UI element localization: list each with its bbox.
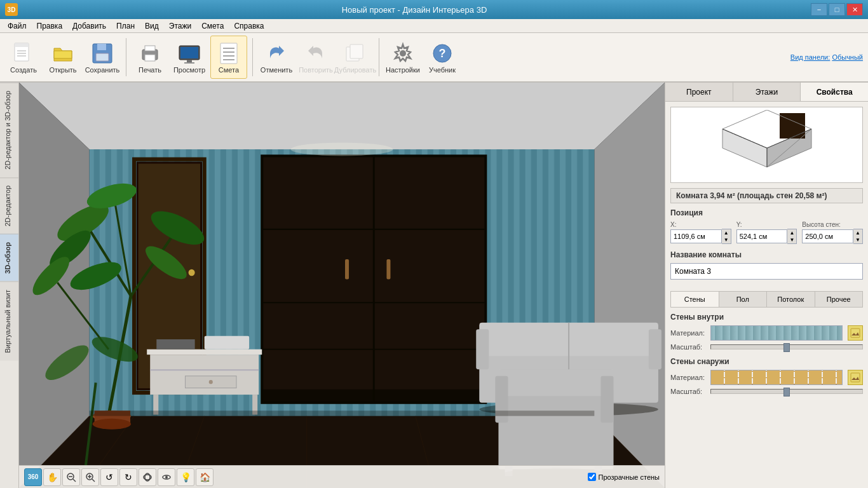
panel-content: Комната 3,94 м² (площадь стен 20,58 м²) … bbox=[665, 102, 868, 488]
svg-rect-92 bbox=[600, 376, 613, 423]
close-button[interactable]: ✕ bbox=[846, 3, 863, 16]
transparent-walls-label: Прозрачные стены bbox=[599, 473, 660, 481]
create-button[interactable]: Создать bbox=[5, 36, 42, 79]
estimate-label: Смета bbox=[219, 66, 239, 74]
duplicate-label: Дублировать bbox=[334, 66, 376, 74]
duplicate-icon bbox=[342, 41, 368, 66]
svg-text:?: ? bbox=[439, 47, 446, 60]
inner-tab-ceiling[interactable]: Потолок bbox=[767, 292, 815, 307]
walls-outside-scale-thumb[interactable] bbox=[783, 388, 790, 396]
light-button[interactable]: 💡 bbox=[177, 468, 194, 486]
svg-rect-7 bbox=[96, 53, 109, 61]
walls-inside-material-preview[interactable] bbox=[710, 325, 843, 341]
walls-outside-material-browse[interactable] bbox=[848, 370, 863, 385]
open-button[interactable]: Открыть bbox=[44, 36, 81, 79]
room-name-title: Название комнаты bbox=[670, 250, 863, 259]
walls-inside-section: Стены внутри Материал: Масштаб: bbox=[670, 313, 863, 351]
rotate-ccw-button[interactable]: ↺ bbox=[100, 468, 118, 486]
x-spin: ▲ ▼ bbox=[722, 229, 731, 244]
height-label: Высота стен: bbox=[802, 221, 863, 228]
sidebar-tab-2d3d[interactable]: 2D-редактор и 3D-обзор bbox=[0, 83, 18, 177]
sidebar-tab-2d[interactable]: 2D-редактор bbox=[0, 177, 18, 234]
estimate-icon bbox=[216, 41, 241, 66]
redo-button[interactable]: Повторить bbox=[297, 36, 334, 79]
x-spin-down[interactable]: ▼ bbox=[722, 236, 731, 243]
preview-icon bbox=[177, 41, 202, 66]
preview-button[interactable]: Просмотр bbox=[171, 36, 208, 79]
duplicate-button[interactable]: Дублировать bbox=[337, 36, 374, 79]
inner-tab-floor[interactable]: Пол bbox=[719, 292, 768, 307]
x-group: X: ▲ ▼ bbox=[670, 221, 731, 244]
menu-view[interactable]: Вид bbox=[140, 20, 164, 32]
svg-rect-97 bbox=[90, 410, 595, 416]
svg-rect-6 bbox=[97, 44, 106, 50]
walls-inside-scale-label: Масштаб: bbox=[670, 343, 705, 351]
y-spin-down[interactable]: ▼ bbox=[787, 236, 796, 243]
panel-tabs: Проект Этажи Свойства bbox=[665, 83, 868, 102]
tab-floors[interactable]: Этажи bbox=[733, 83, 801, 101]
orbit2-button[interactable] bbox=[158, 468, 175, 486]
zoom-in-button[interactable] bbox=[81, 468, 99, 486]
sidebar-tab-3d[interactable]: 3D-обзор bbox=[0, 234, 18, 281]
3d-viewport[interactable]: 360 ✋ ↺ ↻ 💡 🏠 Прозрачные стены bbox=[19, 83, 665, 488]
menu-edit[interactable]: Правка bbox=[32, 20, 68, 32]
print-button[interactable]: Печать bbox=[132, 36, 168, 79]
walls-outside-section: Стены снаружи Материал: Масштаб: bbox=[670, 357, 863, 395]
left-sidebar: 2D-редактор и 3D-обзор 2D-редактор 3D-об… bbox=[0, 83, 19, 488]
walls-inside-material-label: Материал: bbox=[670, 329, 705, 337]
scene-svg bbox=[19, 83, 665, 488]
menu-plan[interactable]: План bbox=[111, 20, 140, 32]
transparent-walls-wrap: Прозрачные стены bbox=[588, 473, 660, 481]
height-spin-down[interactable]: ▼ bbox=[853, 236, 862, 243]
undo-button[interactable]: Отменить bbox=[258, 36, 295, 79]
walls-inside-material-browse[interactable] bbox=[848, 325, 863, 341]
sidebar-tab-virtual[interactable]: Виртуальный визит bbox=[0, 281, 18, 361]
height-spin-up[interactable]: ▲ bbox=[853, 229, 862, 236]
walls-outside-scale-slider[interactable] bbox=[710, 389, 863, 394]
walls-inside-scale-slider[interactable] bbox=[710, 344, 863, 349]
estimate-button[interactable]: Смета bbox=[210, 36, 247, 79]
walls-inside-scale-thumb[interactable] bbox=[783, 343, 790, 352]
settings-button[interactable]: Настройки bbox=[384, 36, 421, 79]
orbit-button[interactable] bbox=[139, 468, 156, 486]
inner-tab-walls[interactable]: Стены bbox=[671, 292, 719, 307]
zoom-out-button[interactable] bbox=[62, 468, 80, 486]
menu-floors[interactable]: Этажи bbox=[164, 20, 196, 32]
view-360-button[interactable]: 360 bbox=[24, 468, 42, 486]
y-spin-up[interactable]: ▲ bbox=[787, 229, 796, 236]
height-spin: ▲ ▼ bbox=[853, 229, 863, 244]
menu-estimate[interactable]: Смета bbox=[196, 20, 229, 32]
walls-inside-material-row: Материал: bbox=[670, 325, 863, 341]
svg-rect-10 bbox=[145, 55, 155, 61]
panel-view-link[interactable]: Обычный bbox=[832, 53, 863, 61]
menu-help[interactable]: Справка bbox=[229, 20, 269, 32]
transparent-walls-checkbox[interactable] bbox=[588, 473, 596, 481]
y-input[interactable] bbox=[736, 229, 788, 243]
height-input[interactable] bbox=[802, 229, 853, 243]
inner-tab-other[interactable]: Прочее bbox=[815, 292, 863, 307]
titlebar: 3D Новый проект - Дизайн Интерьера 3D − … bbox=[0, 0, 868, 19]
pan-hand-button[interactable]: ✋ bbox=[43, 468, 61, 486]
menu-file[interactable]: Файл bbox=[3, 20, 32, 32]
app-icon: 3D bbox=[5, 3, 18, 16]
maximize-button[interactable]: □ bbox=[829, 3, 845, 16]
save-button[interactable]: Сохранить bbox=[84, 36, 121, 79]
svg-rect-54 bbox=[386, 259, 390, 279]
svg-rect-86 bbox=[649, 329, 661, 369]
x-input[interactable] bbox=[670, 229, 722, 243]
undo-icon bbox=[264, 41, 289, 66]
y-input-wrap: ▲ ▼ bbox=[736, 229, 797, 244]
rotate-cw-button[interactable]: ↻ bbox=[119, 468, 137, 486]
svg-rect-1 bbox=[15, 43, 29, 47]
room-name-input[interactable] bbox=[670, 263, 863, 280]
x-spin-up[interactable]: ▲ bbox=[722, 229, 731, 236]
svg-rect-14 bbox=[184, 62, 194, 64]
tab-project[interactable]: Проект bbox=[665, 83, 733, 101]
settings-icon bbox=[390, 41, 416, 66]
tutorial-button[interactable]: ? Учебник bbox=[424, 36, 461, 79]
tab-properties[interactable]: Свойства bbox=[801, 83, 868, 101]
minimize-button[interactable]: − bbox=[811, 3, 827, 16]
walls-outside-material-preview[interactable] bbox=[710, 370, 843, 385]
menu-add[interactable]: Добавить bbox=[67, 20, 111, 32]
home-view-button[interactable]: 🏠 bbox=[196, 468, 214, 486]
